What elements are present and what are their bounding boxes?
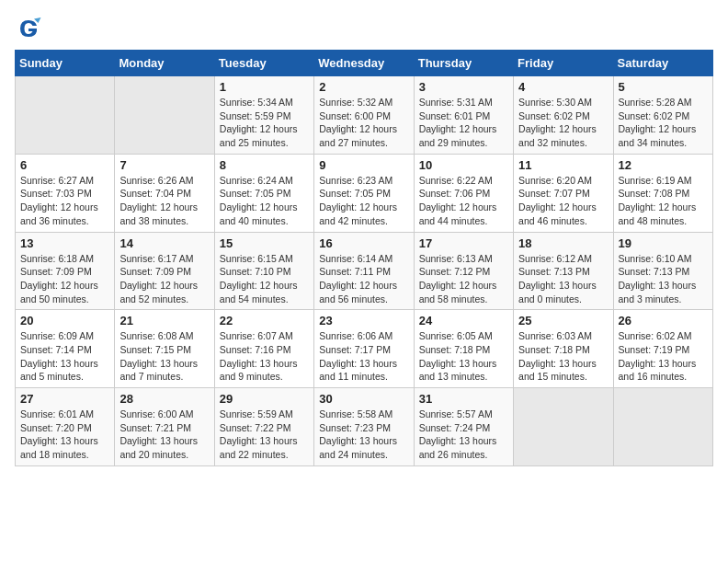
calendar-week-2: 6Sunrise: 6:27 AM Sunset: 7:03 PM Daylig… — [16, 154, 713, 232]
calendar-cell: 14Sunrise: 6:17 AM Sunset: 7:09 PM Dayli… — [115, 232, 214, 310]
calendar-cell: 30Sunrise: 5:58 AM Sunset: 7:23 PM Dayli… — [314, 388, 414, 466]
calendar-table: SundayMondayTuesdayWednesdayThursdayFrid… — [15, 50, 713, 466]
day-info: Sunrise: 6:23 AM Sunset: 7:05 PM Dayligh… — [319, 174, 408, 228]
day-number: 13 — [20, 236, 109, 250]
day-number: 8 — [220, 158, 309, 172]
day-info: Sunrise: 5:30 AM Sunset: 6:02 PM Dayligh… — [518, 96, 608, 150]
day-number: 21 — [119, 314, 209, 327]
calendar-week-3: 13Sunrise: 6:18 AM Sunset: 7:09 PM Dayli… — [16, 232, 713, 310]
day-info: Sunrise: 6:17 AM Sunset: 7:09 PM Dayligh… — [119, 252, 209, 306]
day-number: 27 — [20, 392, 109, 406]
day-number: 16 — [319, 236, 408, 250]
calendar-cell: 10Sunrise: 6:22 AM Sunset: 7:06 PM Dayli… — [414, 154, 513, 232]
calendar-cell: 24Sunrise: 6:05 AM Sunset: 7:18 PM Dayli… — [414, 310, 513, 388]
column-header-friday: Friday — [514, 51, 613, 76]
day-info: Sunrise: 6:10 AM Sunset: 7:13 PM Dayligh… — [619, 252, 708, 306]
day-number: 30 — [319, 392, 408, 406]
day-info: Sunrise: 6:24 AM Sunset: 7:05 PM Dayligh… — [220, 174, 309, 228]
column-header-monday: Monday — [115, 51, 214, 76]
day-info: Sunrise: 6:00 AM Sunset: 7:21 PM Dayligh… — [119, 408, 209, 462]
day-number: 29 — [220, 392, 309, 406]
day-number: 10 — [419, 158, 508, 172]
day-info: Sunrise: 6:09 AM Sunset: 7:14 PM Dayligh… — [20, 329, 109, 384]
calendar-cell — [16, 76, 115, 155]
calendar-cell: 6Sunrise: 6:27 AM Sunset: 7:03 PM Daylig… — [16, 154, 115, 232]
day-number: 4 — [518, 80, 608, 94]
day-number: 5 — [619, 80, 708, 94]
day-number: 17 — [419, 236, 508, 250]
calendar-cell: 8Sunrise: 6:24 AM Sunset: 7:05 PM Daylig… — [214, 154, 313, 232]
day-number: 20 — [20, 314, 109, 327]
day-info: Sunrise: 5:34 AM Sunset: 5:59 PM Dayligh… — [220, 96, 309, 150]
calendar-cell: 5Sunrise: 5:28 AM Sunset: 6:02 PM Daylig… — [613, 76, 712, 155]
day-number: 14 — [119, 236, 209, 250]
calendar-cell: 18Sunrise: 6:12 AM Sunset: 7:13 PM Dayli… — [514, 232, 613, 310]
day-info: Sunrise: 6:02 AM Sunset: 7:19 PM Dayligh… — [619, 329, 708, 384]
day-number: 1 — [220, 80, 309, 94]
day-info: Sunrise: 5:32 AM Sunset: 6:00 PM Dayligh… — [319, 96, 408, 150]
page-header — [15, 15, 713, 42]
day-number: 7 — [119, 158, 209, 172]
calendar-cell: 29Sunrise: 5:59 AM Sunset: 7:22 PM Dayli… — [214, 388, 313, 466]
calendar-cell: 20Sunrise: 6:09 AM Sunset: 7:14 PM Dayli… — [16, 310, 115, 388]
day-info: Sunrise: 6:22 AM Sunset: 7:06 PM Dayligh… — [419, 174, 508, 228]
calendar-cell — [115, 76, 214, 155]
calendar-cell: 12Sunrise: 6:19 AM Sunset: 7:08 PM Dayli… — [613, 154, 712, 232]
day-info: Sunrise: 6:13 AM Sunset: 7:12 PM Dayligh… — [419, 252, 508, 306]
calendar-cell: 17Sunrise: 6:13 AM Sunset: 7:12 PM Dayli… — [414, 232, 513, 310]
logo-icon — [15, 15, 42, 42]
logo — [15, 15, 46, 42]
calendar-cell: 15Sunrise: 6:15 AM Sunset: 7:10 PM Dayli… — [214, 232, 313, 310]
day-info: Sunrise: 6:03 AM Sunset: 7:18 PM Dayligh… — [518, 329, 608, 384]
day-info: Sunrise: 6:14 AM Sunset: 7:11 PM Dayligh… — [319, 252, 408, 306]
day-number: 15 — [220, 236, 309, 250]
day-info: Sunrise: 6:01 AM Sunset: 7:20 PM Dayligh… — [20, 408, 109, 462]
calendar-week-4: 20Sunrise: 6:09 AM Sunset: 7:14 PM Dayli… — [16, 310, 713, 388]
calendar-cell: 7Sunrise: 6:26 AM Sunset: 7:04 PM Daylig… — [115, 154, 214, 232]
calendar-cell: 22Sunrise: 6:07 AM Sunset: 7:16 PM Dayli… — [214, 310, 313, 388]
day-number: 12 — [619, 158, 708, 172]
day-info: Sunrise: 5:59 AM Sunset: 7:22 PM Dayligh… — [220, 408, 309, 462]
column-header-thursday: Thursday — [414, 51, 513, 76]
calendar-cell: 4Sunrise: 5:30 AM Sunset: 6:02 PM Daylig… — [514, 76, 613, 155]
calendar-week-1: 1Sunrise: 5:34 AM Sunset: 5:59 PM Daylig… — [16, 76, 713, 155]
day-number: 9 — [319, 158, 408, 172]
day-number: 28 — [119, 392, 209, 406]
day-number: 31 — [419, 392, 508, 406]
calendar-cell — [514, 388, 613, 466]
day-number: 22 — [220, 314, 309, 327]
column-header-sunday: Sunday — [16, 51, 115, 76]
calendar-cell: 27Sunrise: 6:01 AM Sunset: 7:20 PM Dayli… — [16, 388, 115, 466]
calendar-cell: 3Sunrise: 5:31 AM Sunset: 6:01 PM Daylig… — [414, 76, 513, 155]
calendar-cell: 31Sunrise: 5:57 AM Sunset: 7:24 PM Dayli… — [414, 388, 513, 466]
day-info: Sunrise: 5:58 AM Sunset: 7:23 PM Dayligh… — [319, 408, 408, 462]
calendar-cell — [613, 388, 712, 466]
day-number: 2 — [319, 80, 408, 94]
calendar-header-row: SundayMondayTuesdayWednesdayThursdayFrid… — [16, 51, 713, 76]
day-number: 3 — [419, 80, 508, 94]
calendar-cell: 23Sunrise: 6:06 AM Sunset: 7:17 PM Dayli… — [314, 310, 414, 388]
day-number: 24 — [419, 314, 508, 327]
day-info: Sunrise: 6:20 AM Sunset: 7:07 PM Dayligh… — [518, 174, 608, 228]
calendar-cell: 1Sunrise: 5:34 AM Sunset: 5:59 PM Daylig… — [214, 76, 313, 155]
column-header-wednesday: Wednesday — [314, 51, 414, 76]
day-info: Sunrise: 6:26 AM Sunset: 7:04 PM Dayligh… — [119, 174, 209, 228]
day-info: Sunrise: 6:18 AM Sunset: 7:09 PM Dayligh… — [20, 252, 109, 306]
day-info: Sunrise: 5:31 AM Sunset: 6:01 PM Dayligh… — [419, 96, 508, 150]
day-info: Sunrise: 6:19 AM Sunset: 7:08 PM Dayligh… — [619, 174, 708, 228]
column-header-tuesday: Tuesday — [214, 51, 313, 76]
day-info: Sunrise: 6:08 AM Sunset: 7:15 PM Dayligh… — [119, 329, 209, 384]
calendar-cell: 19Sunrise: 6:10 AM Sunset: 7:13 PM Dayli… — [613, 232, 712, 310]
day-info: Sunrise: 6:05 AM Sunset: 7:18 PM Dayligh… — [419, 329, 508, 384]
calendar-cell: 21Sunrise: 6:08 AM Sunset: 7:15 PM Dayli… — [115, 310, 214, 388]
day-number: 26 — [619, 314, 708, 327]
calendar-cell: 2Sunrise: 5:32 AM Sunset: 6:00 PM Daylig… — [314, 76, 414, 155]
day-info: Sunrise: 6:12 AM Sunset: 7:13 PM Dayligh… — [518, 252, 608, 306]
calendar-cell: 26Sunrise: 6:02 AM Sunset: 7:19 PM Dayli… — [613, 310, 712, 388]
day-info: Sunrise: 5:57 AM Sunset: 7:24 PM Dayligh… — [419, 408, 508, 462]
calendar-cell: 16Sunrise: 6:14 AM Sunset: 7:11 PM Dayli… — [314, 232, 414, 310]
day-number: 6 — [20, 158, 109, 172]
day-number: 19 — [619, 236, 708, 250]
column-header-saturday: Saturday — [613, 51, 712, 76]
calendar-cell: 9Sunrise: 6:23 AM Sunset: 7:05 PM Daylig… — [314, 154, 414, 232]
